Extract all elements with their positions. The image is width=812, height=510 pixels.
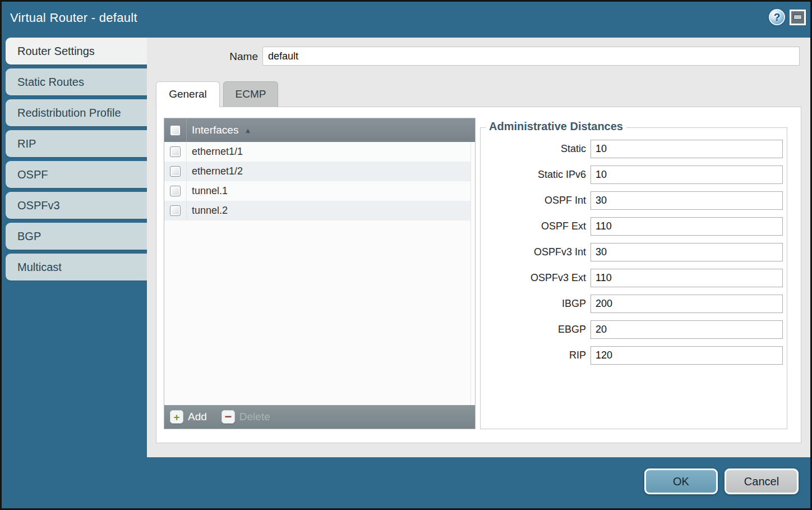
sidebar-item-ospf[interactable]: OSPF — [6, 161, 147, 188]
ospfv3-int-input[interactable] — [590, 243, 783, 261]
table-row[interactable]: tunnel.1 — [164, 181, 470, 201]
field-row-ospfv3-int: OSPFv3 Int — [488, 243, 787, 261]
interface-name: tunnel.2 — [187, 205, 228, 217]
sidebar-item-rip[interactable]: RIP — [6, 130, 147, 157]
sidebar-item-bgp[interactable]: BGP — [6, 223, 147, 250]
ospf-ext-input[interactable] — [590, 217, 783, 236]
interfaces-table-body: ethernet1/1 ethernet1/2 tunnel.1 tunnel.… — [164, 142, 470, 220]
select-all-checkbox[interactable] — [170, 125, 181, 136]
restore-window-icon[interactable] — [790, 10, 806, 25]
add-button[interactable]: + Add — [170, 410, 207, 424]
row-checkbox[interactable] — [170, 205, 181, 216]
ospfv3-ext-label: OSPFv3 Ext — [488, 272, 586, 284]
ospfv3-int-label: OSPFv3 Int — [488, 246, 586, 258]
interface-name: ethernet1/1 — [187, 146, 243, 158]
interfaces-column-header[interactable]: Interfaces — [192, 124, 238, 136]
tab-ecmp[interactable]: ECMP — [223, 81, 278, 107]
delete-button-label: Delete — [239, 411, 270, 423]
interfaces-table-footer: + Add − Delete — [164, 405, 475, 429]
add-button-label: Add — [188, 411, 207, 423]
field-row-ospf-ext: OSPF Ext — [488, 217, 787, 236]
interface-name: tunnel.1 — [187, 185, 228, 197]
help-icon[interactable]: ? — [769, 9, 785, 25]
table-row[interactable]: ethernet1/1 — [164, 142, 470, 162]
minus-icon: − — [222, 410, 235, 424]
static-label: Static — [488, 143, 586, 155]
row-checkbox[interactable] — [170, 166, 181, 177]
sidebar: Router Settings Static Routes Redistribu… — [6, 38, 147, 284]
general-tab-panel: Interfaces ▲ ethernet1/1 ethernet1/2 — [156, 107, 801, 443]
name-label: Name — [202, 50, 258, 63]
ibgp-input[interactable] — [590, 295, 783, 313]
sidebar-item-ospfv3[interactable]: OSPFv3 — [6, 192, 147, 219]
rip-input[interactable] — [590, 346, 783, 365]
row-checkbox[interactable] — [170, 146, 181, 157]
tab-general[interactable]: General — [156, 81, 220, 107]
cancel-button[interactable]: Cancel — [725, 468, 799, 494]
field-row-ebgp: EBGP — [488, 320, 787, 339]
table-row[interactable]: ethernet1/2 — [164, 162, 470, 181]
interface-name: ethernet1/2 — [187, 166, 243, 177]
interfaces-table: Interfaces ▲ ethernet1/1 ethernet1/2 — [164, 118, 476, 429]
dialog-title: Virtual Router - default — [10, 11, 137, 25]
ibgp-label: IBGP — [488, 298, 586, 310]
field-row-ibgp: IBGP — [488, 295, 787, 313]
interfaces-table-header: Interfaces ▲ — [164, 118, 475, 142]
sidebar-item-redistribution-profile[interactable]: Redistribution Profile — [6, 99, 147, 126]
field-row-static: Static — [488, 140, 787, 158]
ospf-ext-label: OSPF Ext — [488, 220, 586, 232]
router-settings-page: Name General ECMP Interfaces ▲ — [147, 38, 810, 457]
delete-button[interactable]: − Delete — [222, 410, 270, 424]
static-input[interactable] — [590, 140, 783, 158]
administrative-distances-fieldset: Administrative Distances Static Static I… — [480, 127, 787, 429]
static-ipv6-label: Static IPv6 — [488, 169, 586, 181]
plus-icon: + — [170, 410, 183, 424]
virtual-router-dialog: Virtual Router - default ? Router Settin… — [0, 0, 812, 510]
ebgp-input[interactable] — [590, 320, 783, 339]
ospf-int-input[interactable] — [590, 191, 783, 210]
table-row[interactable]: tunnel.2 — [164, 201, 470, 220]
row-checkbox[interactable] — [170, 186, 181, 196]
sidebar-item-multicast[interactable]: Multicast — [6, 254, 147, 281]
name-input[interactable] — [262, 47, 800, 66]
field-row-rip: RIP — [488, 346, 787, 365]
ok-button[interactable]: OK — [644, 468, 718, 494]
ebgp-label: EBGP — [488, 324, 586, 336]
static-ipv6-input[interactable] — [590, 166, 783, 184]
sort-ascending-icon[interactable]: ▲ — [244, 126, 251, 135]
ospf-int-label: OSPF Int — [488, 195, 586, 206]
field-row-ospf-int: OSPF Int — [488, 191, 787, 210]
field-row-static-ipv6: Static IPv6 — [488, 166, 787, 184]
ospfv3-ext-input[interactable] — [590, 269, 783, 287]
rip-label: RIP — [488, 350, 586, 361]
table-scrollbar-track[interactable] — [470, 142, 475, 405]
sidebar-item-router-settings[interactable]: Router Settings — [6, 38, 147, 65]
restore-window-icon-pane — [793, 15, 802, 20]
sidebar-item-static-routes[interactable]: Static Routes — [6, 68, 147, 95]
administrative-distances-legend: Administrative Distances — [486, 120, 626, 133]
field-row-ospfv3-ext: OSPFv3 Ext — [488, 269, 787, 287]
